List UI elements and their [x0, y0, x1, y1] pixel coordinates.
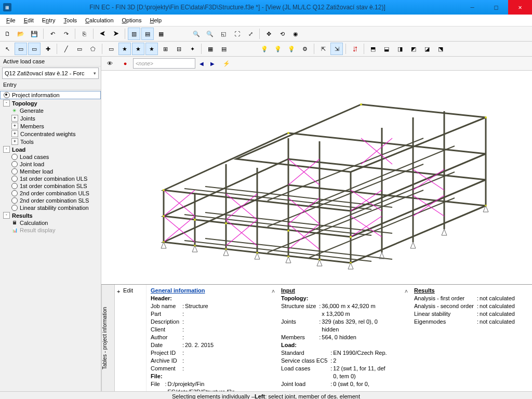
save-icon[interactable]: 💾: [28, 28, 41, 40]
tree-results[interactable]: -Results: [0, 211, 101, 219]
tree-comb-uls2[interactable]: 2nd order combination ULS: [0, 190, 101, 197]
zoom-out-icon[interactable]: 🔍: [204, 28, 216, 40]
view-iso2-icon[interactable]: ◪: [421, 43, 433, 55]
rect-icon[interactable]: ▭: [73, 43, 86, 55]
open-icon[interactable]: 📂: [15, 28, 27, 40]
poly-icon[interactable]: ⬠: [87, 43, 99, 55]
axis-1-icon[interactable]: ⇱: [317, 43, 329, 55]
new-icon[interactable]: 🗋: [1, 28, 14, 40]
select-1-icon[interactable]: ▭: [15, 43, 27, 55]
bulb-cfg-icon[interactable]: ⚙: [299, 43, 311, 55]
expand-icon[interactable]: +: [11, 130, 18, 137]
view-front-icon[interactable]: ⬓: [380, 43, 393, 55]
tree-comb-uls1[interactable]: 1st order combination ULS: [0, 175, 101, 182]
add-sel-icon[interactable]: ▭: [105, 43, 117, 55]
star-3-icon[interactable]: ★: [145, 43, 158, 55]
copy-icon[interactable]: ⎘: [78, 28, 90, 40]
menu-tools[interactable]: Tools: [59, 16, 81, 24]
close-button[interactable]: ✕: [508, 0, 532, 15]
eye-icon[interactable]: 👁: [103, 57, 116, 70]
menu-calculation[interactable]: Calculation: [81, 16, 117, 24]
grid-minus-icon[interactable]: ⊟: [172, 43, 185, 55]
tree-concentrated-weights[interactable]: +Concentrated weights: [0, 130, 101, 138]
tree-load-cases[interactable]: Load cases: [0, 153, 101, 161]
redo-icon[interactable]: ↷: [60, 28, 72, 40]
grid-plus-icon[interactable]: ⊞: [159, 43, 171, 55]
ucs-icon[interactable]: ⮃: [349, 43, 361, 55]
tree-lin-stab[interactable]: Linear stability combination: [0, 204, 101, 211]
layers-icon[interactable]: ▦: [204, 43, 217, 55]
forward-icon[interactable]: ⮞: [110, 28, 122, 40]
collapse-icon[interactable]: -: [3, 100, 10, 107]
zoom-extent-icon[interactable]: ⤢: [244, 28, 257, 40]
grid-star-icon[interactable]: ✦: [186, 43, 198, 55]
undo-icon[interactable]: ↶: [46, 28, 59, 40]
table-results: Analysis - first order:not calculated An…: [414, 295, 517, 326]
collapse-icon[interactable]: -: [3, 146, 10, 153]
expand-icon[interactable]: +: [11, 138, 18, 145]
tree-members[interactable]: +Members: [0, 122, 101, 130]
minimize-button[interactable]: —: [460, 0, 484, 15]
panel-toggle-1-icon[interactable]: ▥: [128, 28, 140, 40]
tree-load[interactable]: -Load: [0, 145, 101, 153]
expand-icon[interactable]: +: [11, 123, 18, 129]
edit-button[interactable]: +Edit: [116, 287, 145, 294]
expand-icon[interactable]: +: [11, 115, 18, 122]
view-side-icon[interactable]: ◨: [394, 43, 406, 55]
back-icon[interactable]: ⮜: [96, 28, 109, 40]
tree-joints[interactable]: +Joints: [0, 114, 101, 122]
axis-2-icon[interactable]: ⇲: [330, 43, 343, 55]
tree-project-information[interactable]: Project information: [0, 91, 101, 99]
rotate-icon[interactable]: ⟲: [276, 28, 288, 40]
tree-member-load[interactable]: Member load: [0, 168, 101, 175]
panel-toggle-3-icon[interactable]: ▦: [155, 28, 167, 40]
viewport-3d[interactable]: [101, 71, 532, 284]
maximize-button[interactable]: □: [484, 0, 508, 15]
heading-general-information[interactable]: General information: [151, 287, 273, 295]
star-1-icon[interactable]: ★: [118, 43, 131, 55]
line-icon[interactable]: ╱: [60, 43, 72, 55]
tree-calculation[interactable]: 🖩Calculation: [0, 219, 101, 227]
zoom-fit-icon[interactable]: ⛶: [231, 28, 243, 40]
scroll-up-icon[interactable]: ʌ: [272, 287, 275, 295]
tree-topology[interactable]: -Topology: [0, 99, 101, 107]
zoom-in-icon[interactable]: 🔍: [190, 28, 203, 40]
bulb-add-icon[interactable]: 💡: [272, 43, 284, 55]
panel-gutter: [110, 285, 115, 391]
tree-comb-sls2[interactable]: 2nd order combination SLS: [0, 197, 101, 204]
menu-help[interactable]: Help: [145, 16, 166, 24]
view-iso1-icon[interactable]: ◩: [407, 43, 420, 55]
active-load-case-combo[interactable]: Q12 Zatižovací stav è.12 - Forc: [2, 68, 99, 79]
view-filter-combo[interactable]: <none>: [133, 58, 195, 69]
menu-options[interactable]: Options: [118, 16, 146, 24]
bottom-tab-label[interactable]: Tables - project information: [101, 285, 110, 391]
view-iso3-icon[interactable]: ⬔: [434, 43, 447, 55]
tree-comb-sls1[interactable]: 1st order combination SLS: [0, 182, 101, 190]
orbit-icon[interactable]: ◉: [289, 28, 302, 40]
props-icon[interactable]: ▤: [218, 43, 230, 55]
entry-tree: Project information -Topology ✳Generate …: [0, 90, 101, 391]
scroll-up-icon[interactable]: ʌ: [405, 287, 408, 295]
select-2-icon[interactable]: ▭: [28, 43, 41, 55]
bulb-off-icon[interactable]: 💡: [285, 43, 298, 55]
tree-result-display[interactable]: 📊Result display: [0, 227, 101, 234]
menu-file[interactable]: File: [2, 16, 20, 24]
zoom-window-icon[interactable]: ◱: [217, 28, 230, 40]
snap-icon[interactable]: ✚: [42, 43, 54, 55]
filter-icon[interactable]: ⚡: [220, 57, 233, 70]
cursor-icon[interactable]: ↖: [1, 43, 14, 55]
record-icon[interactable]: ●: [119, 57, 131, 70]
tree-joint-load[interactable]: Joint load: [0, 161, 101, 168]
tree-tools[interactable]: +Tools: [0, 138, 101, 145]
view-top-icon[interactable]: ⬒: [367, 43, 379, 55]
bulb-yellow-icon[interactable]: 💡: [258, 43, 271, 55]
star-2-icon[interactable]: ★: [132, 43, 144, 55]
menu-edit[interactable]: Edit: [20, 16, 38, 24]
pan-icon[interactable]: ✥: [262, 28, 275, 40]
prev-icon[interactable]: ◀: [197, 59, 206, 68]
menu-entry[interactable]: Entry: [38, 16, 60, 24]
collapse-icon[interactable]: -: [3, 212, 10, 219]
panel-toggle-2-icon[interactable]: ▤: [141, 28, 154, 40]
next-icon[interactable]: ▶: [208, 59, 217, 68]
tree-generate[interactable]: ✳Generate: [0, 107, 101, 114]
